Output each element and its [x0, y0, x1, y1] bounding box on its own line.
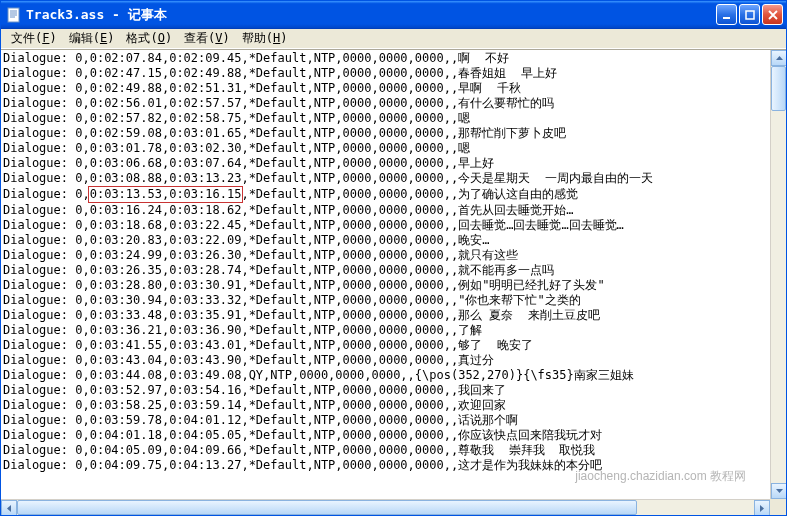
- editor-wrap: Dialogue: 0,0:02:07.84,0:02:09.45,*Defau…: [1, 49, 786, 515]
- text-line: Dialogue: 0,0:04:05.09,0:04:09.66,*Defau…: [3, 443, 768, 458]
- text-line: Dialogue: 0,0:03:36.21,0:03:36.90,*Defau…: [3, 323, 768, 338]
- text-line: Dialogue: 0,0:03:41.55,0:03:43.01,*Defau…: [3, 338, 768, 353]
- menu-f[interactable]: 文件(F): [5, 28, 63, 49]
- window-title: Track3.ass - 记事本: [26, 6, 716, 24]
- menu-o[interactable]: 格式(O): [120, 28, 178, 49]
- scroll-up-button[interactable]: [771, 50, 786, 66]
- text-line: Dialogue: 0,0:02:49.88,0:02:51.31,*Defau…: [3, 81, 768, 96]
- horizontal-scrollbar[interactable]: [1, 499, 770, 515]
- text-line: Dialogue: 0,0:03:16.24,0:03:18.62,*Defau…: [3, 203, 768, 218]
- text-line: Dialogue: 0,0:02:47.15,0:02:49.88,*Defau…: [3, 66, 768, 81]
- scroll-right-button[interactable]: [754, 500, 770, 515]
- menu-h[interactable]: 帮助(H): [236, 28, 294, 49]
- scroll-down-button[interactable]: [771, 483, 786, 499]
- text-line: Dialogue: 0,0:04:01.18,0:04:05.05,*Defau…: [3, 428, 768, 443]
- window-buttons: [716, 4, 783, 25]
- svg-rect-5: [723, 17, 730, 19]
- text-line: Dialogue: 0,0:02:07.84,0:02:09.45,*Defau…: [3, 51, 768, 66]
- text-line: Dialogue: 0,0:03:08.88,0:03:13.23,*Defau…: [3, 171, 768, 186]
- text-line: Dialogue: 0,0:03:44.08,0:03:49.08,QY,NTP…: [3, 368, 768, 383]
- text-line: Dialogue: 0,0:02:57.82,0:02:58.75,*Defau…: [3, 111, 768, 126]
- text-editor[interactable]: Dialogue: 0,0:02:07.84,0:02:09.45,*Defau…: [1, 50, 770, 499]
- text-line: Dialogue: 0,0:03:58.25,0:03:59.14,*Defau…: [3, 398, 768, 413]
- scrollbar-corner: [770, 499, 786, 515]
- text-line: Dialogue: 0,0:03:01.78,0:03:02.30,*Defau…: [3, 141, 768, 156]
- scroll-track-v[interactable]: [771, 66, 786, 483]
- app-icon: [6, 7, 22, 23]
- vertical-scrollbar[interactable]: [770, 50, 786, 499]
- scroll-thumb-v[interactable]: [771, 66, 786, 111]
- text-line: Dialogue: 0,0:03:24.99,0:03:26.30,*Defau…: [3, 248, 768, 263]
- text-line: Dialogue: 0,0:03:20.83,0:03:22.09,*Defau…: [3, 233, 768, 248]
- text-line: Dialogue: 0,0:03:59.78,0:04:01.12,*Defau…: [3, 413, 768, 428]
- text-line: Dialogue: 0,0:03:28.80,0:03:30.91,*Defau…: [3, 278, 768, 293]
- text-line: Dialogue: 0,0:04:09.75,0:04:13.27,*Defau…: [3, 458, 768, 473]
- scroll-left-button[interactable]: [1, 500, 17, 515]
- text-line: Dialogue: 0,0:03:30.94,0:03:33.32,*Defau…: [3, 293, 768, 308]
- text-line: Dialogue: 0,0:03:06.68,0:03:07.64,*Defau…: [3, 156, 768, 171]
- text-line: Dialogue: 0,0:03:52.97,0:03:54.16,*Defau…: [3, 383, 768, 398]
- minimize-button[interactable]: [716, 4, 737, 25]
- close-button[interactable]: [762, 4, 783, 25]
- menu-e[interactable]: 编辑(E): [63, 28, 121, 49]
- text-line: Dialogue: 0,0:03:33.48,0:03:35.91,*Defau…: [3, 308, 768, 323]
- menubar: 文件(F)编辑(E)格式(O)查看(V)帮助(H): [1, 29, 786, 49]
- text-line: Dialogue: 0,0:03:26.35,0:03:28.74,*Defau…: [3, 263, 768, 278]
- scroll-thumb-h[interactable]: [17, 500, 637, 515]
- svg-rect-6: [746, 11, 754, 19]
- text-line: Dialogue: 0,0:03:13.53,0:03:16.15,*Defau…: [3, 186, 768, 203]
- app-window: Track3.ass - 记事本 文件(F)编辑(E)格式(O)查看(V)帮助(…: [0, 0, 787, 516]
- titlebar[interactable]: Track3.ass - 记事本: [1, 1, 786, 29]
- highlighted-timecode: 0:03:13.53,0:03:16.15: [88, 186, 244, 203]
- text-line: Dialogue: 0,0:02:59.08,0:03:01.65,*Defau…: [3, 126, 768, 141]
- menu-v[interactable]: 查看(V): [178, 28, 236, 49]
- text-line: Dialogue: 0,0:03:43.04,0:03:43.90,*Defau…: [3, 353, 768, 368]
- scroll-track-h[interactable]: [17, 500, 754, 515]
- text-line: Dialogue: 0,0:02:56.01,0:02:57.57,*Defau…: [3, 96, 768, 111]
- maximize-button[interactable]: [739, 4, 760, 25]
- text-line: Dialogue: 0,0:03:18.68,0:03:22.45,*Defau…: [3, 218, 768, 233]
